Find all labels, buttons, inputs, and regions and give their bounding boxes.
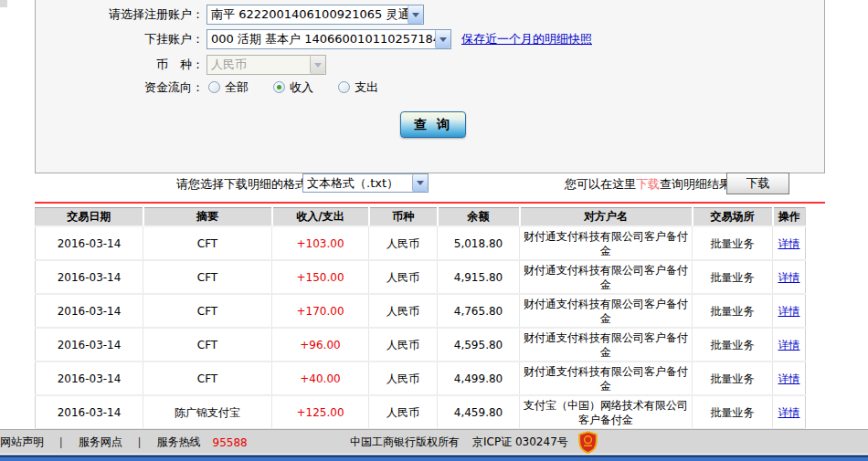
cell-operation: 详情 (773, 361, 806, 395)
radio-label: 全部 (225, 79, 249, 96)
cell-currency: 人民币 (369, 395, 438, 429)
corner-artifact (0, 0, 7, 7)
download-format-value: 文本格式（.txt） (303, 174, 412, 192)
detail-link[interactable]: 详情 (778, 372, 800, 385)
table-row: 2016-03-14 CFT +170.00 人民币 4,765.80 财付通支… (36, 294, 806, 328)
cell-date: 2016-03-14 (36, 226, 143, 260)
cell-venue: 批量业务 (693, 395, 773, 429)
cell-summary: CFT (143, 294, 272, 328)
cell-date: 2016-03-14 (36, 294, 143, 328)
fund-direction-row: 资金流向： 全部收入支出 (36, 77, 403, 99)
dropdown-arrow-icon (439, 37, 447, 42)
table-row: 2016-03-14 CFT +96.00 人民币 4,595.80 财付通支付… (36, 328, 806, 361)
bottom-blue-bar (0, 454, 868, 461)
download-hint: 您可以在这里下载查询明细结果 (565, 176, 731, 193)
radio-option[interactable]: 全部 (208, 79, 249, 96)
download-button[interactable]: 下载 (726, 173, 789, 194)
footer-separator: ｜ (134, 435, 145, 450)
cell-summary: CFT (143, 260, 272, 294)
cell-venue: 批量业务 (693, 226, 773, 260)
register-account-select[interactable]: 南平 6222001406100921065 灵通卡 (206, 5, 424, 25)
account-detail-page: 请选择注册账户： 南平 6222001406100921065 灵通卡 下挂账户… (0, 0, 868, 461)
radio-label: 支出 (355, 79, 378, 96)
site-statement-link[interactable]: 网站声明 (0, 435, 44, 450)
query-form-panel: 请选择注册账户： 南平 6222001406100921065 灵通卡 下挂账户… (35, 0, 825, 173)
cell-currency: 人民币 (369, 294, 438, 328)
footer-copyright: 中国工商银行版权所有 京ICP证 030247号 (350, 430, 568, 455)
register-account-value: 南平 6222001406100921065 灵通卡 (207, 5, 408, 24)
chevron-down-icon[interactable] (408, 5, 423, 24)
chevron-down-icon (310, 56, 325, 74)
detail-link[interactable]: 详情 (778, 305, 800, 318)
currency-value: 人民币 (207, 56, 310, 74)
dropdown-arrow-icon (314, 63, 322, 68)
cell-operation: 详情 (773, 226, 806, 260)
table-row: 2016-03-14 陈广锦支付宝 +125.00 人民币 4,459.80 支… (36, 395, 806, 429)
police-shield-icon (577, 431, 598, 454)
cell-summary: CFT (143, 361, 272, 395)
red-divider (35, 202, 825, 204)
transaction-table: 交易日期 摘要 收入/支出 币种 余额 对方户名 交易场所 操作 2016-03… (35, 207, 806, 430)
cell-balance: 4,765.80 (438, 294, 520, 328)
download-format-select[interactable]: 文本格式（.txt） (302, 173, 429, 193)
chevron-down-icon[interactable] (412, 174, 428, 192)
currency-label: 币 种： (36, 57, 204, 73)
header-amount: 收入/支出 (272, 208, 369, 227)
radio-label: 收入 (290, 79, 313, 96)
cell-date: 2016-03-14 (36, 328, 143, 361)
register-account-row: 请选择注册账户： 南平 6222001406100921065 灵通卡 (36, 4, 424, 26)
table-row: 2016-03-14 CFT +40.00 人民币 4,499.80 财付通支付… (36, 361, 806, 395)
query-button[interactable]: 查 询 (400, 111, 466, 138)
cell-summary: CFT (143, 328, 272, 361)
sub-account-select[interactable]: 000 活期 基本户 1406600101102571848 (206, 29, 451, 49)
chevron-down-icon[interactable] (435, 30, 450, 48)
cell-venue: 批量业务 (693, 328, 773, 361)
cell-amount: +170.00 (272, 294, 369, 328)
cell-currency: 人民币 (369, 226, 438, 260)
detail-link[interactable]: 详情 (778, 339, 800, 351)
cell-amount: +96.00 (272, 328, 369, 361)
cell-operation: 详情 (773, 395, 806, 429)
footer: 网站声明 ｜ 服务网点 ｜ 服务热线 95588 中国工商银行版权所有 京ICP… (0, 429, 868, 454)
radio-icon[interactable] (338, 81, 350, 93)
register-account-label: 请选择注册账户： (36, 6, 204, 23)
dropdown-arrow-icon (417, 181, 424, 185)
header-summary: 摘要 (143, 208, 272, 227)
header-balance: 余额 (438, 208, 520, 227)
cell-balance: 5,018.80 (438, 226, 520, 260)
cell-balance: 4,915.80 (438, 260, 520, 294)
cell-amount: +40.00 (272, 361, 369, 395)
copyright-text: 中国工商银行版权所有 (350, 435, 460, 450)
transaction-table-body: 2016-03-14 CFT +103.00 人民币 5,018.80 财付通支… (36, 226, 806, 429)
cell-balance: 4,499.80 (438, 361, 520, 395)
detail-link[interactable]: 详情 (778, 406, 800, 419)
hotline-label: 服务热线 (157, 435, 201, 450)
radio-icon[interactable] (273, 81, 285, 93)
currency-row: 币 种： 人民币 (36, 54, 326, 76)
cell-venue: 批量业务 (693, 361, 773, 395)
save-snapshot-link[interactable]: 保存近一个月的明细快照 (461, 31, 592, 47)
header-venue: 交易场所 (693, 208, 773, 227)
cell-summary: CFT (143, 226, 272, 260)
cell-currency: 人民币 (369, 260, 438, 294)
dropdown-arrow-icon (412, 13, 419, 17)
sub-account-row: 下挂账户： 000 活期 基本户 1406600101102571848 保存近… (36, 28, 592, 50)
cell-amount: +103.00 (272, 226, 369, 260)
service-outlets-link[interactable]: 服务网点 (79, 435, 122, 450)
radio-icon[interactable] (208, 81, 220, 93)
cell-date: 2016-03-14 (36, 395, 143, 429)
detail-link[interactable]: 详情 (778, 271, 800, 284)
cell-counterparty: 财付通支付科技有限公司客户备付金 (520, 226, 693, 260)
cell-balance: 4,595.80 (438, 328, 520, 361)
cell-venue: 批量业务 (693, 260, 773, 294)
cell-venue: 批量业务 (693, 294, 773, 328)
radio-option[interactable]: 支出 (338, 79, 378, 96)
download-hint-suffix: 查询明细结果 (660, 177, 731, 191)
download-hint-link[interactable]: 下载 (636, 177, 660, 191)
cell-currency: 人民币 (369, 328, 438, 361)
radio-option[interactable]: 收入 (273, 79, 313, 96)
cell-counterparty: 财付通支付科技有限公司客户备付金 (520, 328, 693, 361)
cell-amount: +150.00 (272, 260, 369, 294)
detail-link[interactable]: 详情 (778, 237, 800, 250)
sub-account-value: 000 活期 基本户 1406600101102571848 (207, 30, 435, 48)
